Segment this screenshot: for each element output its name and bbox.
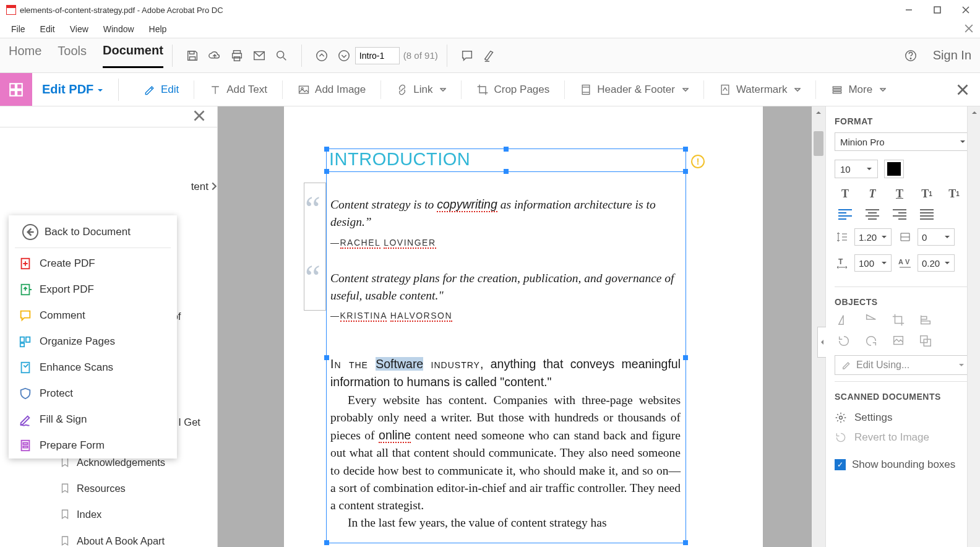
close-editbar-icon[interactable] [955, 82, 970, 97]
flyout-back-button[interactable]: Back to Document [15, 218, 171, 248]
svg-line-13 [283, 57, 286, 60]
char-spacing-field[interactable]: 0.20 [918, 254, 955, 272]
edit-using-select[interactable]: Edit Using... [835, 355, 971, 375]
rotate-ccw-icon[interactable] [837, 334, 851, 348]
menu-edit[interactable]: Edit [33, 22, 62, 37]
print-icon[interactable] [226, 45, 248, 67]
font-select[interactable]: Minion Pro [835, 132, 971, 151]
tracking-field[interactable]: 0 [918, 228, 955, 246]
tool-add-text[interactable]: Add Text [204, 84, 272, 96]
italic-icon[interactable]: T [866, 187, 879, 200]
flip-vertical-icon[interactable] [864, 313, 878, 327]
save-icon[interactable] [181, 45, 204, 67]
flyout-organize-pages[interactable]: Organize Pages [9, 329, 177, 355]
panel-collapse-icon[interactable] [817, 327, 826, 358]
tool-more[interactable]: More [826, 84, 891, 96]
align-justify-icon[interactable] [920, 209, 934, 220]
arrange-icon[interactable] [919, 334, 932, 348]
hscale-field[interactable]: 100 [854, 254, 892, 272]
align-objects-icon[interactable] [919, 313, 932, 327]
cloud-upload-icon[interactable] [204, 45, 226, 67]
line-height-field[interactable]: 1.20 [854, 228, 892, 246]
flip-horizontal-icon[interactable] [837, 313, 851, 327]
tab-tools[interactable]: Tools [58, 44, 87, 67]
doc-heading: INTRODUCTION [327, 149, 686, 170]
bookmark-item[interactable]: Resources [59, 475, 211, 501]
underline-icon[interactable]: T [893, 187, 906, 200]
body-paragraph-1: In the Software industry, anything that … [330, 355, 681, 392]
show-bounding-checkbox[interactable]: ✓ Show bounding boxes [835, 459, 971, 471]
menu-help[interactable]: Help [142, 22, 174, 37]
align-right-icon[interactable] [893, 209, 906, 220]
close-button[interactable] [958, 2, 974, 18]
bookmark-item[interactable]: Index [59, 501, 211, 527]
font-size-select[interactable]: 10 [835, 160, 878, 178]
flyout-prepare-form[interactable]: Prepare Form [9, 433, 177, 459]
panel-close-icon[interactable] [194, 110, 207, 124]
align-center-icon[interactable] [866, 209, 879, 220]
highlight-pen-icon[interactable] [478, 45, 501, 67]
tool-header-footer[interactable]: Header & Footer [575, 84, 694, 96]
edit-pdf-dropdown[interactable]: Edit PDF [42, 82, 103, 97]
minimize-button[interactable] [901, 2, 917, 18]
tool-icon [19, 309, 32, 322]
sign-in-link[interactable]: Sign In [933, 48, 971, 62]
selection-box-body[interactable]: Content strategy is to copywriting as in… [326, 172, 686, 543]
app-icon [6, 5, 16, 15]
menu-view[interactable]: View [62, 22, 96, 37]
selection-box-heading[interactable]: INTRODUCTION [326, 149, 686, 172]
superscript-icon[interactable]: T1 [920, 187, 934, 200]
tool-watermark[interactable]: Watermark [714, 84, 806, 96]
flyout-export-pdf[interactable]: Export PDF [9, 277, 177, 303]
document-close-icon[interactable] [963, 22, 975, 35]
subscript-icon[interactable]: T1 [947, 187, 961, 200]
tool-add-image[interactable]: Add Image [293, 84, 371, 96]
flyout-create-pdf[interactable]: Create PDF [9, 251, 177, 277]
tool-link[interactable]: Link [391, 84, 451, 96]
maximize-button[interactable] [929, 2, 945, 18]
attribution-1: —RACHEL LOVINGER [330, 238, 681, 248]
right-scrollbar[interactable] [967, 106, 980, 547]
menu-window[interactable]: Window [96, 22, 142, 37]
prev-page-icon[interactable] [311, 45, 333, 67]
flyout-enhance-scans[interactable]: Enhance Scans [9, 355, 177, 381]
crop-icon[interactable] [892, 313, 905, 327]
tab-document[interactable]: Document [103, 43, 163, 68]
menu-file[interactable]: File [4, 22, 33, 37]
tool-edit[interactable]: Edit [139, 84, 184, 96]
tool-icon [19, 413, 32, 426]
scanned-settings-button[interactable]: Settings [835, 408, 971, 428]
page-input[interactable] [355, 47, 400, 64]
align-left-icon[interactable] [838, 209, 852, 220]
tool-crop-pages[interactable]: Crop Pages [471, 84, 554, 96]
bold-icon[interactable]: T [838, 187, 852, 200]
flyout-protect[interactable]: Protect [9, 381, 177, 407]
comment-icon[interactable] [456, 45, 478, 67]
svg-rect-30 [833, 89, 841, 91]
replace-image-icon[interactable] [892, 334, 905, 348]
bookmark-item[interactable]: About A Book Apart [59, 528, 211, 547]
search-icon[interactable] [270, 45, 293, 67]
warning-badge-icon[interactable]: ! [691, 155, 705, 168]
help-icon[interactable] [900, 45, 922, 67]
flyout-comment[interactable]: Comment [9, 303, 177, 329]
menubar: File Edit View Window Help [0, 20, 980, 38]
line-height-icon [835, 231, 849, 243]
scroll-up-icon[interactable] [812, 106, 825, 119]
document-viewport[interactable]: INTRODUCTION ! “ “ Content strategy is t… [218, 106, 825, 547]
scroll-up-icon[interactable] [968, 106, 980, 119]
flyout-fill-sign[interactable]: Fill & Sign [9, 407, 177, 433]
tab-home[interactable]: Home [9, 44, 41, 67]
scrollbar-thumb[interactable] [814, 131, 823, 156]
bookmark-icon [59, 483, 71, 494]
edit-pdf-badge-icon[interactable] [0, 73, 32, 106]
svg-rect-20 [17, 84, 22, 89]
email-icon[interactable] [248, 45, 270, 67]
expand-chevron-icon[interactable] [210, 182, 218, 192]
next-page-icon[interactable] [333, 45, 355, 67]
font-color-picker[interactable] [884, 160, 904, 178]
pdf-page[interactable]: INTRODUCTION ! “ “ Content strategy is t… [284, 106, 763, 547]
hscale-icon: T [835, 257, 849, 269]
rotate-cw-icon[interactable] [864, 334, 878, 348]
svg-rect-6 [189, 51, 194, 54]
